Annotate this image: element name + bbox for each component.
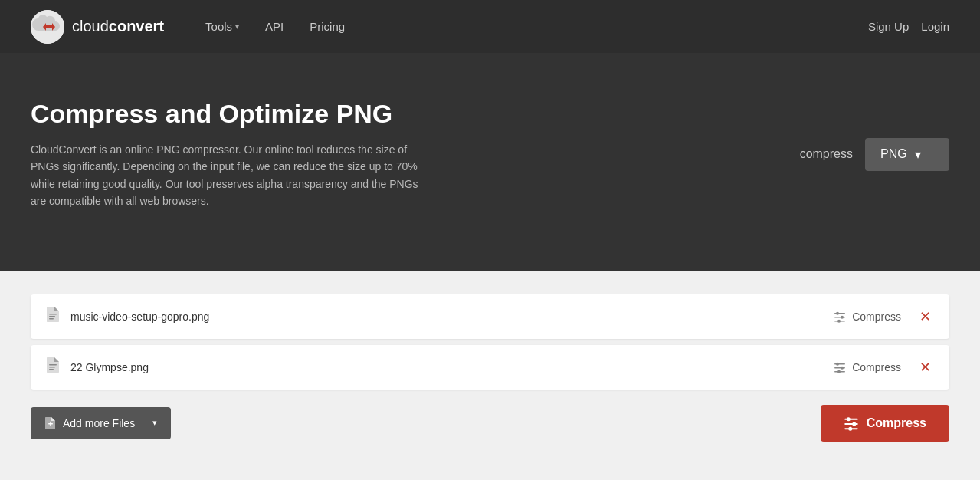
svg-rect-12 (49, 367, 55, 368)
file-compress-action: Compress (834, 361, 901, 373)
file-name: music-video-setup-gopro.png (70, 311, 834, 323)
svg-rect-21 (50, 421, 51, 426)
file-row: 22 Glympse.png Compress ✕ (31, 345, 949, 390)
compress-sliders-icon (844, 416, 859, 431)
hero-right: compress PNG ▾ (800, 138, 949, 171)
format-label: PNG (880, 147, 907, 161)
svg-point-25 (852, 422, 856, 426)
format-chevron-icon: ▾ (915, 147, 921, 162)
svg-point-17 (841, 366, 844, 369)
sliders-icon (834, 361, 846, 373)
svg-rect-4 (49, 318, 54, 320)
tools-chevron-icon: ▾ (235, 22, 239, 31)
hero-content: Compress and Optimize PNG CloudConvert i… (31, 99, 521, 210)
logo-text: cloudconvert (72, 18, 164, 35)
nav-pricing[interactable]: Pricing (299, 14, 356, 39)
file-icon (46, 357, 60, 376)
file-compress-action: Compress (834, 311, 901, 323)
file-list: music-video-setup-gopro.png Compress ✕ (31, 294, 949, 390)
svg-point-27 (848, 426, 852, 430)
signup-link[interactable]: Sign Up (868, 20, 909, 33)
main-content: music-video-setup-gopro.png Compress ✕ (0, 271, 980, 472)
svg-rect-3 (49, 316, 55, 317)
add-files-chevron-icon: ▾ (151, 418, 157, 428)
svg-rect-2 (49, 314, 57, 315)
compress-main-button[interactable]: Compress (821, 405, 949, 442)
nav-links: Tools ▾ API Pricing (195, 14, 868, 39)
svg-point-6 (836, 311, 839, 314)
svg-point-10 (837, 319, 841, 322)
remove-file-button[interactable]: ✕ (916, 307, 934, 327)
format-select-button[interactable]: PNG ▾ (865, 138, 949, 171)
logo-link[interactable]: cloudconvert (31, 10, 164, 44)
svg-point-23 (847, 417, 851, 421)
logo-icon (31, 10, 64, 44)
nav-right: Sign Up Login (868, 20, 949, 33)
login-link[interactable]: Login (921, 20, 949, 33)
file-icon (46, 307, 60, 326)
svg-point-19 (837, 370, 841, 373)
scroll-area (0, 472, 980, 480)
navbar: cloudconvert Tools ▾ API Pricing Sign Up… (0, 0, 980, 53)
remove-file-button[interactable]: ✕ (916, 357, 934, 377)
nav-api[interactable]: API (254, 14, 294, 39)
file-name: 22 Glympse.png (70, 361, 834, 373)
svg-point-8 (841, 315, 844, 318)
nav-tools[interactable]: Tools ▾ (195, 14, 250, 39)
add-files-divider (143, 416, 143, 430)
add-files-button[interactable]: Add more Files ▾ (31, 407, 171, 439)
bottom-bar: Add more Files ▾ Compress (31, 405, 949, 442)
svg-rect-13 (49, 369, 54, 370)
svg-point-15 (836, 362, 839, 365)
hero-action-label: compress (800, 147, 853, 161)
hero-title: Compress and Optimize PNG (31, 99, 521, 129)
file-row: music-video-setup-gopro.png Compress ✕ (31, 294, 949, 339)
add-file-icon (44, 417, 57, 429)
sliders-icon (834, 311, 846, 323)
hero-section: Compress and Optimize PNG CloudConvert i… (0, 53, 980, 271)
svg-rect-11 (49, 364, 57, 366)
hero-description: CloudConvert is an online PNG compressor… (31, 141, 429, 210)
